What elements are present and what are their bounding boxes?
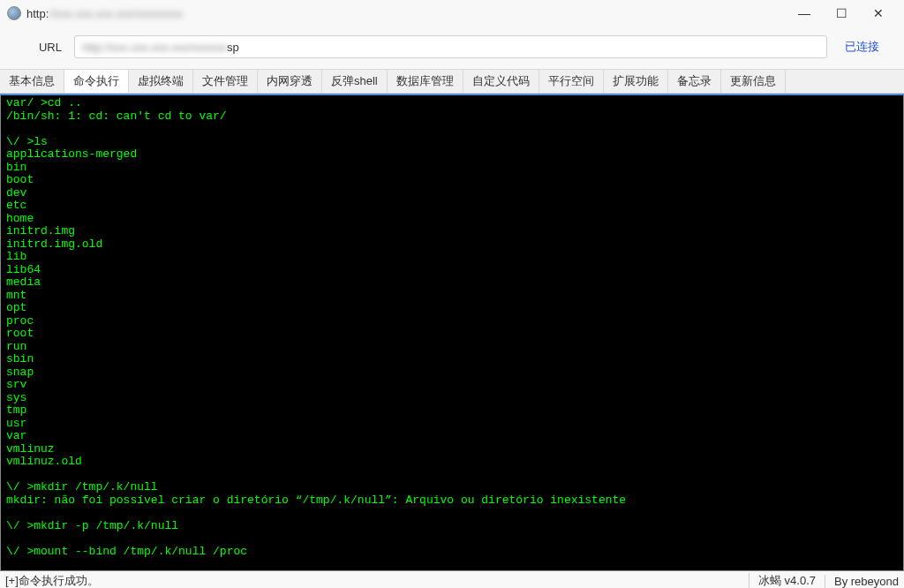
title-bar: http://xxx.xxx.xxx.xxx/xxxxxxxx — ☐ ✕ <box>0 0 904 26</box>
title-blurred: //xxx.xxx.xxx.xxx/xxxxxxxx <box>49 7 183 20</box>
tab-label: 扩展功能 <box>613 73 659 89</box>
tab-virtual-terminal[interactable]: 虚拟终端 <box>129 70 193 93</box>
tab-file-manager[interactable]: 文件管理 <box>193 70 258 93</box>
tab-label: 内网穿透 <box>267 73 313 89</box>
tab-label: 更新信息 <box>730 73 776 89</box>
url-clear-suffix: sp <box>227 41 239 54</box>
close-button[interactable]: ✕ <box>860 1 897 26</box>
window-title: http://xxx.xxx.xxx.xxx/xxxxxxxx <box>26 7 786 20</box>
window-controls: — ☐ ✕ <box>786 1 897 26</box>
tab-label: 数据库管理 <box>396 73 454 89</box>
status-bar: [+]命令执行成功。 冰蝎 v4.0.7 By rebeyond <box>0 571 904 588</box>
app-icon <box>7 6 21 20</box>
app-name-version: 冰蝎 v4.0.7 <box>749 573 825 588</box>
url-input[interactable]: http://xxx.xxx.xxx.xxx/xxxxxxsp <box>74 35 827 58</box>
tab-label: 备忘录 <box>677 73 712 89</box>
tab-label: 自定义代码 <box>472 73 530 89</box>
connection-status: 已连接 <box>836 39 888 55</box>
tab-reverse-shell[interactable]: 反弹shell <box>322 70 388 93</box>
minimize-button[interactable]: — <box>786 1 823 26</box>
tab-command-exec[interactable]: 命令执行 <box>64 70 129 93</box>
tab-custom-code[interactable]: 自定义代码 <box>463 70 539 93</box>
tab-basic-info[interactable]: 基本信息 <box>0 70 64 93</box>
tab-intranet-tunnel[interactable]: 内网穿透 <box>258 70 322 93</box>
tab-label: 虚拟终端 <box>138 73 184 89</box>
tab-parallel-space[interactable]: 平行空间 <box>539 70 604 93</box>
status-message: [+]命令执行成功。 <box>5 573 749 588</box>
tab-db-manager[interactable]: 数据库管理 <box>388 70 463 93</box>
tab-update-info[interactable]: 更新信息 <box>721 70 786 93</box>
tab-label: 反弹shell <box>331 73 378 89</box>
url-row: URL http://xxx.xxx.xxx.xxx/xxxxxxsp 已连接 <box>0 26 904 69</box>
url-blurred-value: http://xxx.xxx.xxx.xxx/xxxxxx <box>82 41 227 54</box>
tab-bar: 基本信息 命令执行 虚拟终端 文件管理 内网穿透 反弹shell 数据库管理 自… <box>0 69 904 94</box>
terminal-output[interactable]: var/ >cd .. /bin/sh: 1: cd: can't cd to … <box>0 94 904 571</box>
tab-label: 基本信息 <box>9 73 55 89</box>
tab-label: 命令执行 <box>73 73 119 89</box>
tab-memo[interactable]: 备忘录 <box>668 70 721 93</box>
url-label: URL <box>16 41 65 54</box>
tab-label: 文件管理 <box>202 73 248 89</box>
title-prefix: http: <box>26 7 49 20</box>
tab-label: 平行空间 <box>548 73 594 89</box>
tab-extensions[interactable]: 扩展功能 <box>604 70 668 93</box>
maximize-button[interactable]: ☐ <box>823 1 860 26</box>
app-author: By rebeyond <box>825 575 899 588</box>
